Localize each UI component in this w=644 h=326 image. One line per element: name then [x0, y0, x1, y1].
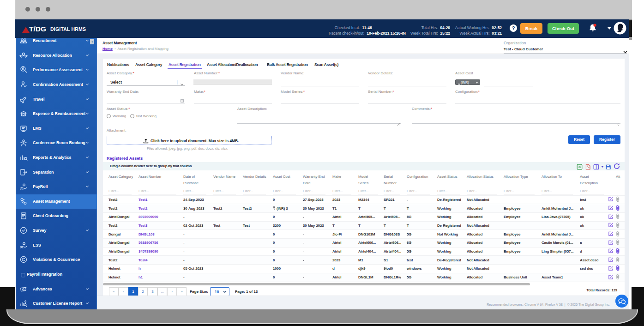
- svg-text:?: ?: [512, 25, 515, 31]
